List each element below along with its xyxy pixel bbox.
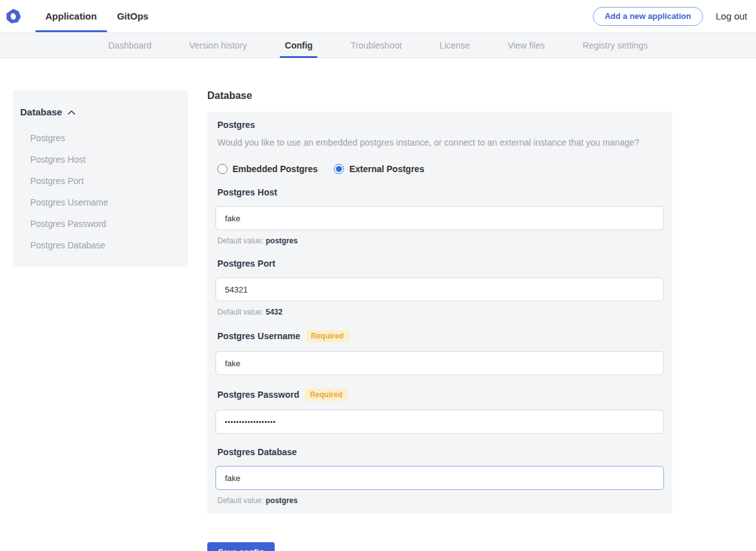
field-label: Postgres Password Required: [215, 388, 664, 401]
sidebar-item-postgres-username[interactable]: Postgres Username: [20, 192, 180, 213]
top-nav-right: Add a new application Log out: [593, 7, 756, 26]
default-value-note: Default value: 5432: [215, 308, 664, 316]
subnav-item-troubleshoot[interactable]: Troubleshoot: [345, 33, 406, 57]
field-label-text: Postgres Port: [217, 258, 275, 269]
default-prefix: Default value:: [217, 236, 263, 245]
postgres-port-input[interactable]: [215, 277, 664, 301]
sidebar-item-postgres-database[interactable]: Postgres Database: [20, 235, 180, 256]
config-main: Database Postgres Would you like to use …: [207, 90, 672, 551]
tab-gitops[interactable]: GitOps: [107, 0, 159, 32]
field-postgres-username: Postgres Username Required: [215, 330, 664, 375]
config-group-card: Postgres Would you like to use an embedd…: [207, 112, 672, 514]
field-label: Postgres Port: [215, 258, 664, 269]
subnav-item-dashboard[interactable]: Dashboard: [103, 33, 157, 57]
default-value: 5432: [266, 308, 283, 316]
field-postgres-database: Postgres Database Default value: postgre…: [215, 447, 664, 505]
subnav-item-license[interactable]: License: [435, 33, 475, 57]
save-config-button[interactable]: Save config: [207, 542, 275, 551]
postgres-password-input[interactable]: [215, 410, 664, 434]
tab-application-label: Application: [45, 11, 97, 21]
field-label-text: Postgres Password: [217, 390, 299, 400]
radio-external-postgres-label: External Postgres: [349, 164, 424, 174]
default-value-note: Default value: postgres: [215, 496, 664, 505]
app-logo-icon[interactable]: [5, 8, 21, 25]
radio-embedded-postgres[interactable]: Embedded Postgres: [217, 164, 318, 174]
default-value: postgres: [266, 236, 298, 245]
sidebar-group-label: Database: [20, 107, 62, 117]
postgres-host-input[interactable]: [215, 206, 664, 230]
field-label: Postgres Host: [215, 187, 664, 197]
field-label-text: Postgres Host: [217, 187, 277, 197]
logout-link[interactable]: Log out: [716, 11, 747, 21]
sidebar-item-postgres-port[interactable]: Postgres Port: [20, 170, 180, 192]
field-postgres-host: Postgres Host Default value: postgres: [215, 187, 664, 245]
postgres-database-input[interactable]: [215, 466, 664, 490]
subnav-item-version-history[interactable]: Version history: [184, 33, 252, 57]
top-tabs: Application GitOps: [35, 0, 159, 32]
content-area: Database Postgres Postgres Host Postgres…: [0, 58, 756, 551]
default-value-note: Default value: postgres: [215, 236, 664, 245]
config-item-title: Postgres: [215, 120, 664, 130]
radio-external-postgres[interactable]: External Postgres: [334, 164, 424, 174]
sub-nav: Dashboard Version history Config Trouble…: [0, 32, 756, 58]
tab-application[interactable]: Application: [35, 0, 107, 32]
required-badge: Required: [306, 330, 349, 342]
sidebar-item-postgres-password[interactable]: Postgres Password: [20, 213, 180, 235]
heptagon-logo-icon: [5, 8, 21, 25]
postgres-type-radio-group: Embedded Postgres External Postgres: [215, 164, 664, 174]
field-label-text: Postgres Database: [217, 447, 297, 457]
sidebar-item-postgres[interactable]: Postgres: [20, 127, 180, 149]
radio-embedded-postgres-input[interactable]: [217, 164, 227, 174]
add-application-button[interactable]: Add a new application: [593, 7, 703, 26]
field-label: Postgres Database: [215, 447, 664, 457]
config-sidebar: Database Postgres Postgres Host Postgres…: [13, 90, 188, 267]
chevron-up-icon: [67, 107, 76, 117]
page-title: Database: [207, 90, 672, 102]
radio-embedded-postgres-label: Embedded Postgres: [232, 164, 318, 174]
default-prefix: Default value:: [217, 308, 263, 316]
field-postgres-port: Postgres Port Default value: 5432: [215, 258, 664, 316]
top-nav: Application GitOps Add a new application…: [0, 0, 756, 32]
field-postgres-password: Postgres Password Required: [215, 388, 664, 434]
sidebar-group-database[interactable]: Database: [20, 107, 180, 117]
field-label-text: Postgres Username: [217, 331, 301, 341]
radio-external-postgres-input[interactable]: [334, 164, 344, 174]
subnav-item-registry-settings[interactable]: Registry settings: [578, 33, 653, 57]
default-prefix: Default value:: [217, 496, 263, 505]
sidebar-item-postgres-host[interactable]: Postgres Host: [20, 149, 180, 170]
required-badge: Required: [305, 388, 348, 401]
field-label: Postgres Username Required: [215, 330, 664, 342]
tab-gitops-label: GitOps: [117, 11, 149, 21]
postgres-username-input[interactable]: [215, 351, 664, 375]
subnav-item-config[interactable]: Config: [280, 33, 318, 57]
subnav-item-view-files[interactable]: View files: [503, 33, 550, 57]
config-item-help: Would you like to use an embedded postgr…: [215, 137, 664, 148]
default-value: postgres: [266, 496, 298, 505]
